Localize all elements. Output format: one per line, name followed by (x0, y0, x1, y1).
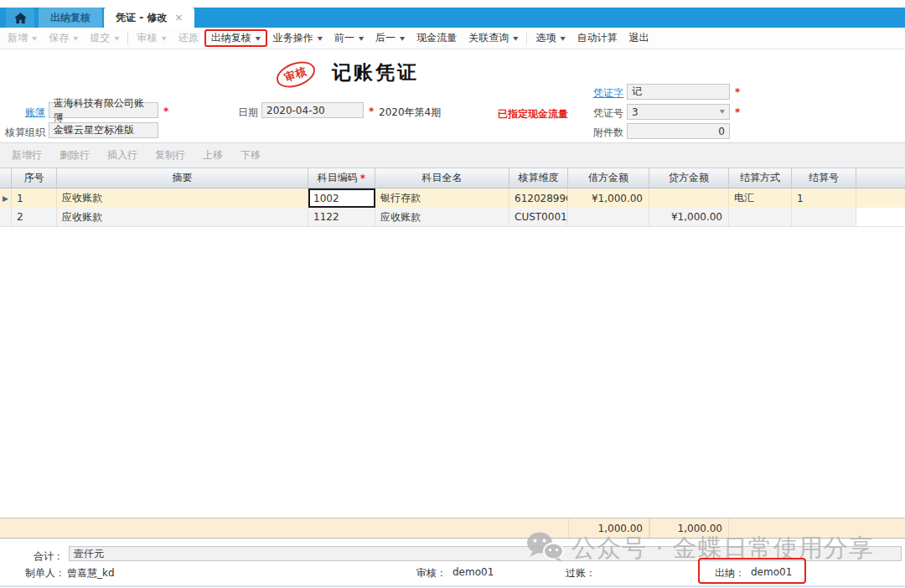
save-button[interactable]: 保存▼ (43, 30, 84, 47)
auto-calc-button[interactable]: 自动计算 (571, 30, 623, 47)
cell-debit[interactable] (568, 208, 649, 226)
accounting-org-input[interactable]: 金蝶云星空标准版 (49, 122, 158, 138)
cell-extra[interactable] (856, 208, 905, 226)
business-operation-button[interactable]: 业务操作▼ (267, 30, 328, 47)
tab-bar: 出纳复核 凭证 - 修改 × (0, 8, 905, 28)
audit-button[interactable]: 审核▼ (131, 30, 172, 47)
post-label: 过账： (566, 566, 596, 580)
attachment-label: 附件数 (587, 126, 623, 140)
insert-row-button[interactable]: 插入行 (107, 148, 137, 162)
cashflow-assigned-notice: 已指定现金流量 (498, 107, 568, 121)
chevron-down-icon: ▼ (161, 35, 166, 41)
account-book-input[interactable]: 蓝海科技有限公司账簿 (49, 102, 158, 118)
col-summary: 摘要 (57, 168, 308, 188)
cell-seq[interactable]: 1 (12, 188, 57, 208)
cell-seq[interactable]: 2 (12, 208, 57, 226)
chevron-down-icon: ▼ (114, 35, 119, 41)
cell-credit[interactable] (649, 188, 729, 208)
cell-dimension[interactable]: 61202899635 (509, 188, 568, 208)
new-button[interactable]: 新增▼ (2, 30, 43, 47)
col-debit: 借方金额 (568, 168, 649, 188)
page-title: 记账凭证 (332, 59, 419, 85)
voucher-no-select[interactable]: 3▼ (627, 104, 730, 120)
cell-account-code[interactable]: 1122 (308, 208, 375, 226)
main-toolbar: 新增▼ 保存▼ 提交▼ 审核▼ 还原 出纳复核▼ 业务操作▼ 前一▼ 后一▼ 现… (0, 28, 905, 49)
voucher-edit-window: 出纳复核 凭证 - 修改 × 新增▼ 保存▼ 提交▼ 审核▼ 还原 出纳复核▼ … (0, 0, 905, 588)
cell-settle-no[interactable] (792, 208, 856, 226)
selected-cell[interactable]: 1002 (308, 188, 375, 208)
col-account-name: 科目全名 (375, 168, 509, 188)
cell-summary[interactable]: 应收账款 (57, 188, 308, 208)
toolbar-separator (526, 32, 527, 44)
col-settle-no: 结算号 (792, 168, 856, 188)
tab-cashier-review-label: 出纳复核 (50, 11, 90, 25)
col-seq: 序号 (12, 168, 57, 188)
options-button[interactable]: 选项▼ (530, 30, 571, 47)
col-extra (856, 168, 905, 188)
grid-toolbar: 新增行 删除行 插入行 复制行 上移 下移 (0, 142, 905, 168)
date-input[interactable]: 2020-04-30 (261, 102, 364, 118)
tab-voucher-edit-label: 凭证 - 修改 (116, 11, 167, 25)
cashier-review-button[interactable]: 出纳复核▼ (204, 29, 267, 47)
bottom-divider (0, 585, 905, 587)
col-account-code: 科目编码* (308, 168, 375, 188)
chevron-down-icon: ▼ (318, 35, 323, 41)
tab-voucher-edit[interactable]: 凭证 - 修改 × (104, 8, 194, 28)
total-label: 合计： (12, 549, 64, 564)
delete-row-button[interactable]: 删除行 (59, 148, 90, 162)
restore-button[interactable]: 还原 (173, 30, 204, 47)
required-mark: * (369, 106, 374, 117)
voucher-word-link[interactable]: 凭证字 (587, 86, 623, 101)
audit-stamp: 审核 (273, 57, 319, 93)
next-button[interactable]: 后一▼ (370, 30, 411, 47)
auditor-value: demo01 (452, 566, 494, 578)
table-row[interactable]: ▶ 1 应收账款 1002 银行存款 61202899635 ¥1,000.00… (0, 188, 905, 208)
cell-account-name[interactable]: 应收账款 (375, 208, 509, 226)
cell-account-code[interactable]: 1002 (308, 188, 375, 208)
chevron-down-icon: ▼ (32, 35, 37, 41)
chevron-down-icon: ▼ (256, 35, 261, 41)
close-icon[interactable]: × (174, 12, 183, 23)
exit-button[interactable]: 退出 (623, 30, 655, 47)
chevron-down-icon: ▼ (513, 35, 518, 41)
copy-row-button[interactable]: 复制行 (155, 148, 185, 162)
related-query-button[interactable]: 关联查询▼ (463, 30, 524, 47)
cashflow-button[interactable]: 现金流量 (411, 30, 463, 47)
required-mark: * (163, 106, 168, 117)
chevron-down-icon: ▼ (560, 35, 565, 41)
total-credit: 1,000.00 (649, 518, 729, 538)
attachment-count-input[interactable]: 0 (627, 123, 730, 139)
move-down-button[interactable]: 下移 (240, 148, 261, 162)
totals-row: 1,000.00 1,000.00 (0, 518, 905, 539)
chevron-down-icon[interactable]: ▼ (720, 109, 725, 115)
accounting-org-label: 核算组织 (5, 126, 45, 140)
col-credit: 贷方金额 (649, 168, 729, 188)
move-up-button[interactable]: 上移 (203, 148, 223, 162)
cell-dimension[interactable]: CUST0001/东 (509, 208, 568, 226)
toolbar-separator (127, 32, 128, 44)
period-text: 2020年第4期 (379, 106, 441, 120)
required-mark: * (735, 86, 740, 98)
cell-settle-no[interactable]: 1 (792, 188, 856, 208)
col-dimension: 核算维度 (509, 168, 568, 188)
cell-credit[interactable]: ¥1,000.00 (649, 208, 729, 226)
tab-cashier-review[interactable]: 出纳复核 (39, 8, 102, 28)
chevron-down-icon: ▼ (73, 35, 78, 41)
cell-settle-method[interactable]: 电汇 (729, 188, 792, 208)
total-debit: 1,000.00 (568, 518, 649, 538)
cell-settle-method[interactable] (729, 208, 792, 226)
cell-account-name[interactable]: 银行存款 (375, 188, 509, 208)
voucher-word-input[interactable]: 记 (627, 84, 730, 100)
cell-summary[interactable]: 应收账款 (57, 208, 308, 226)
table-header: 序号 摘要 科目编码* 科目全名 核算维度 借方金额 贷方金额 结算方式 结算号 (0, 168, 905, 188)
cell-extra[interactable] (856, 188, 905, 208)
date-label: 日期 (238, 106, 258, 120)
required-mark: * (360, 173, 365, 184)
tab-home[interactable] (6, 8, 34, 28)
previous-button[interactable]: 前一▼ (328, 30, 370, 47)
cell-debit[interactable]: ¥1,000.00 (568, 188, 649, 208)
submit-button[interactable]: 提交▼ (84, 30, 125, 47)
account-book-link[interactable]: 账簿 (12, 106, 45, 120)
table-row[interactable]: 2 应收账款 1122 应收账款 CUST0001/东 ¥1,000.00 (0, 208, 905, 227)
add-row-button[interactable]: 新增行 (12, 148, 42, 162)
